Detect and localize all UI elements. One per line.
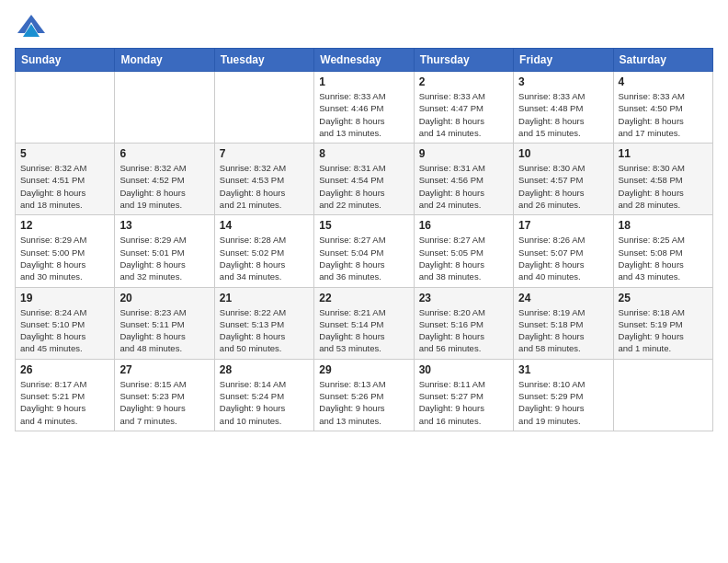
day-info: Sunrise: 8:10 AM Sunset: 5:29 PM Dayligh… xyxy=(518,378,608,427)
day-info: Sunrise: 8:15 AM Sunset: 5:23 PM Dayligh… xyxy=(119,378,209,427)
weekday-header-sunday: Sunday xyxy=(16,49,115,72)
calendar-cell: 6Sunrise: 8:32 AM Sunset: 4:52 PM Daylig… xyxy=(115,144,214,215)
calendar-cell: 19Sunrise: 8:24 AM Sunset: 5:10 PM Dayli… xyxy=(16,287,115,359)
calendar-cell: 15Sunrise: 8:27 AM Sunset: 5:04 PM Dayli… xyxy=(314,215,414,287)
day-number: 2 xyxy=(419,75,508,88)
day-info: Sunrise: 8:27 AM Sunset: 5:05 PM Dayligh… xyxy=(419,234,508,282)
day-info: Sunrise: 8:19 AM Sunset: 5:18 PM Dayligh… xyxy=(518,306,608,355)
weekday-header-friday: Friday xyxy=(514,49,613,72)
day-info: Sunrise: 8:21 AM Sunset: 5:14 PM Dayligh… xyxy=(319,306,408,355)
day-info: Sunrise: 8:25 AM Sunset: 5:08 PM Dayligh… xyxy=(619,234,708,282)
day-number: 13 xyxy=(119,219,209,232)
day-number: 12 xyxy=(20,219,109,232)
day-number: 20 xyxy=(119,292,209,304)
day-info: Sunrise: 8:22 AM Sunset: 5:13 PM Dayligh… xyxy=(220,306,309,355)
calendar-cell: 7Sunrise: 8:32 AM Sunset: 4:53 PM Daylig… xyxy=(214,144,313,215)
calendar-cell: 28Sunrise: 8:14 AM Sunset: 5:24 PM Dayli… xyxy=(214,359,313,431)
weekday-header-saturday: Saturday xyxy=(613,49,712,72)
day-number: 5 xyxy=(20,147,109,160)
day-info: Sunrise: 8:13 AM Sunset: 5:26 PM Dayligh… xyxy=(319,378,408,427)
day-info: Sunrise: 8:33 AM Sunset: 4:50 PM Dayligh… xyxy=(619,90,708,139)
weekday-header-thursday: Thursday xyxy=(414,49,513,72)
day-number: 24 xyxy=(518,292,608,304)
day-number: 28 xyxy=(220,363,309,376)
day-info: Sunrise: 8:27 AM Sunset: 5:04 PM Dayligh… xyxy=(319,234,408,282)
day-info: Sunrise: 8:30 AM Sunset: 4:57 PM Dayligh… xyxy=(518,162,608,211)
day-info: Sunrise: 8:20 AM Sunset: 5:16 PM Dayligh… xyxy=(419,306,508,355)
day-info: Sunrise: 8:32 AM Sunset: 4:51 PM Dayligh… xyxy=(20,162,109,211)
day-info: Sunrise: 8:33 AM Sunset: 4:48 PM Dayligh… xyxy=(518,90,608,139)
calendar-cell: 4Sunrise: 8:33 AM Sunset: 4:50 PM Daylig… xyxy=(613,72,712,144)
day-info: Sunrise: 8:31 AM Sunset: 4:56 PM Dayligh… xyxy=(419,162,508,211)
day-info: Sunrise: 8:31 AM Sunset: 4:54 PM Dayligh… xyxy=(319,162,408,211)
day-number: 8 xyxy=(319,147,408,160)
calendar-cell: 22Sunrise: 8:21 AM Sunset: 5:14 PM Dayli… xyxy=(314,287,414,359)
day-number: 4 xyxy=(619,75,708,88)
weekday-header-row: SundayMondayTuesdayWednesdayThursdayFrid… xyxy=(16,49,713,72)
calendar-cell: 3Sunrise: 8:33 AM Sunset: 4:48 PM Daylig… xyxy=(514,72,613,144)
calendar-week-4: 19Sunrise: 8:24 AM Sunset: 5:10 PM Dayli… xyxy=(16,287,713,359)
day-number: 3 xyxy=(518,75,608,88)
day-info: Sunrise: 8:29 AM Sunset: 5:00 PM Dayligh… xyxy=(20,234,109,282)
calendar-cell: 23Sunrise: 8:20 AM Sunset: 5:16 PM Dayli… xyxy=(414,287,513,359)
day-number: 17 xyxy=(518,219,608,232)
day-info: Sunrise: 8:33 AM Sunset: 4:47 PM Dayligh… xyxy=(419,90,508,139)
calendar-cell: 30Sunrise: 8:11 AM Sunset: 5:27 PM Dayli… xyxy=(414,359,513,431)
calendar-cell xyxy=(115,72,214,144)
day-number: 16 xyxy=(419,219,508,232)
day-info: Sunrise: 8:29 AM Sunset: 5:01 PM Dayligh… xyxy=(119,234,209,282)
calendar-cell: 10Sunrise: 8:30 AM Sunset: 4:57 PM Dayli… xyxy=(514,144,613,215)
calendar-table: SundayMondayTuesdayWednesdayThursdayFrid… xyxy=(15,48,713,431)
day-number: 10 xyxy=(518,147,608,160)
calendar-cell xyxy=(214,72,313,144)
calendar-cell: 31Sunrise: 8:10 AM Sunset: 5:29 PM Dayli… xyxy=(514,359,613,431)
calendar-week-2: 5Sunrise: 8:32 AM Sunset: 4:51 PM Daylig… xyxy=(16,144,713,215)
day-info: Sunrise: 8:28 AM Sunset: 5:02 PM Dayligh… xyxy=(220,234,309,282)
day-number: 26 xyxy=(20,363,109,376)
calendar-cell: 24Sunrise: 8:19 AM Sunset: 5:18 PM Dayli… xyxy=(514,287,613,359)
day-number: 19 xyxy=(20,292,109,304)
calendar-cell: 16Sunrise: 8:27 AM Sunset: 5:05 PM Dayli… xyxy=(414,215,513,287)
day-number: 6 xyxy=(119,147,209,160)
day-info: Sunrise: 8:33 AM Sunset: 4:46 PM Dayligh… xyxy=(319,90,408,139)
calendar-week-3: 12Sunrise: 8:29 AM Sunset: 5:00 PM Dayli… xyxy=(16,215,713,287)
calendar-cell: 11Sunrise: 8:30 AM Sunset: 4:58 PM Dayli… xyxy=(613,144,712,215)
calendar-cell: 29Sunrise: 8:13 AM Sunset: 5:26 PM Dayli… xyxy=(314,359,414,431)
calendar-cell: 5Sunrise: 8:32 AM Sunset: 4:51 PM Daylig… xyxy=(16,144,115,215)
day-info: Sunrise: 8:32 AM Sunset: 4:53 PM Dayligh… xyxy=(220,162,309,211)
calendar-week-1: 1Sunrise: 8:33 AM Sunset: 4:46 PM Daylig… xyxy=(16,72,713,144)
day-info: Sunrise: 8:11 AM Sunset: 5:27 PM Dayligh… xyxy=(419,378,508,427)
calendar-cell: 12Sunrise: 8:29 AM Sunset: 5:00 PM Dayli… xyxy=(16,215,115,287)
day-info: Sunrise: 8:14 AM Sunset: 5:24 PM Dayligh… xyxy=(220,378,309,427)
calendar-cell: 2Sunrise: 8:33 AM Sunset: 4:47 PM Daylig… xyxy=(414,72,513,144)
day-number: 30 xyxy=(419,363,508,376)
page-header xyxy=(15,15,713,37)
day-number: 25 xyxy=(619,292,708,304)
day-number: 7 xyxy=(220,147,309,160)
day-number: 31 xyxy=(518,363,608,376)
day-number: 9 xyxy=(419,147,508,160)
calendar-cell: 21Sunrise: 8:22 AM Sunset: 5:13 PM Dayli… xyxy=(214,287,313,359)
calendar-cell xyxy=(613,359,712,431)
calendar-cell: 25Sunrise: 8:18 AM Sunset: 5:19 PM Dayli… xyxy=(613,287,712,359)
calendar-cell: 13Sunrise: 8:29 AM Sunset: 5:01 PM Dayli… xyxy=(115,215,214,287)
day-info: Sunrise: 8:26 AM Sunset: 5:07 PM Dayligh… xyxy=(518,234,608,282)
weekday-header-tuesday: Tuesday xyxy=(214,49,313,72)
calendar-cell xyxy=(16,72,115,144)
calendar-cell: 20Sunrise: 8:23 AM Sunset: 5:11 PM Dayli… xyxy=(115,287,214,359)
calendar-cell: 18Sunrise: 8:25 AM Sunset: 5:08 PM Dayli… xyxy=(613,215,712,287)
day-info: Sunrise: 8:23 AM Sunset: 5:11 PM Dayligh… xyxy=(119,306,209,355)
day-number: 21 xyxy=(220,292,309,304)
calendar-cell: 26Sunrise: 8:17 AM Sunset: 5:21 PM Dayli… xyxy=(16,359,115,431)
calendar-cell: 1Sunrise: 8:33 AM Sunset: 4:46 PM Daylig… xyxy=(314,72,414,144)
calendar-cell: 8Sunrise: 8:31 AM Sunset: 4:54 PM Daylig… xyxy=(314,144,414,215)
calendar-cell: 9Sunrise: 8:31 AM Sunset: 4:56 PM Daylig… xyxy=(414,144,513,215)
day-info: Sunrise: 8:17 AM Sunset: 5:21 PM Dayligh… xyxy=(20,378,109,427)
day-number: 11 xyxy=(619,147,708,160)
weekday-header-wednesday: Wednesday xyxy=(314,49,414,72)
day-number: 23 xyxy=(419,292,508,304)
logo-icon xyxy=(17,15,45,37)
day-number: 27 xyxy=(119,363,209,376)
day-info: Sunrise: 8:18 AM Sunset: 5:19 PM Dayligh… xyxy=(619,306,708,355)
day-info: Sunrise: 8:32 AM Sunset: 4:52 PM Dayligh… xyxy=(119,162,209,211)
